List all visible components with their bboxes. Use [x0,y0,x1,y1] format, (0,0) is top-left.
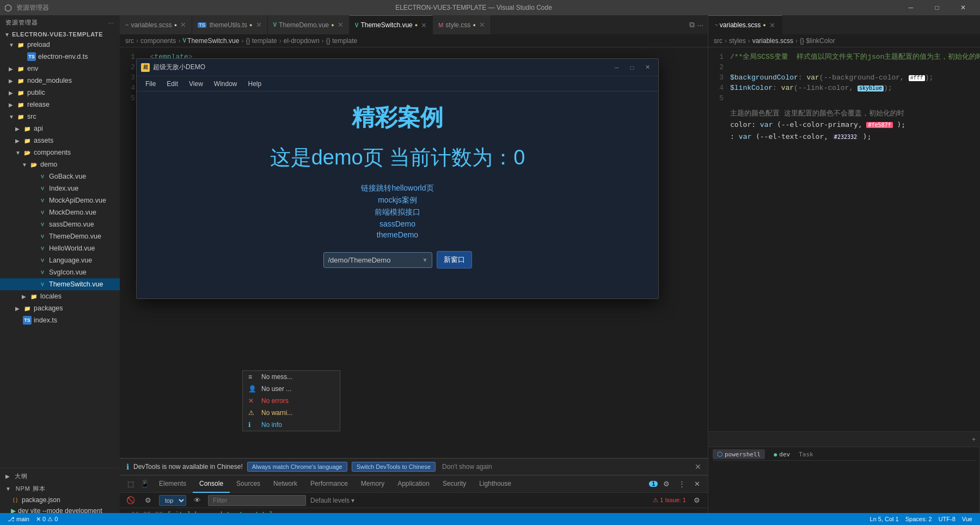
split-editor-icon[interactable]: ⧉ [689,20,695,29]
devtools-tab-network[interactable]: Network [267,475,304,493]
tree-item-env[interactable]: ▶ 📁 env [0,63,120,75]
filter-warnings[interactable]: ⚠ No warni... [243,407,340,419]
console-gear-icon[interactable]: ⚙ [690,494,703,507]
settings-icon[interactable]: ⚙ [660,478,673,491]
close-button[interactable]: ✕ [951,0,976,15]
tree-item-index-vue[interactable]: V Index.vue [0,182,120,194]
app-link-mock-api[interactable]: 前端模拟接口 [375,207,420,217]
minimize-button[interactable]: ─ [898,0,923,15]
app-link-mockjs[interactable]: mockjs案例 [378,196,417,205]
tab-themeutils-ts[interactable]: TS themeUtils.ts ● ✕ [192,15,267,34]
new-window-button[interactable]: 新窗口 [437,251,472,268]
tab-style-css[interactable]: M style.css ● ✕ [433,15,491,34]
notification-close-button[interactable]: ✕ [695,462,701,471]
explorer-menu-button[interactable]: ··· [108,20,114,26]
devtools-tab-console[interactable]: Console [193,475,230,493]
language-mode-status[interactable]: Vue [959,516,976,522]
console-filter-input[interactable] [208,495,306,506]
filter-user[interactable]: 👤 No user ... [243,383,340,395]
maximize-button[interactable]: □ [924,0,950,15]
tree-item-themedemo[interactable]: V ThemeDemo.vue [0,230,120,242]
tab-themedemo-vue[interactable]: V ThemeDemo.vue ● ✕ [268,15,350,34]
console-settings-icon[interactable]: ⚙ [142,494,155,507]
match-language-button[interactable]: Always match Chrome's language [247,462,347,472]
devtools-tab-elements[interactable]: Elements [152,475,193,493]
npm-item-dev[interactable]: ▶ dev vite --mode development [0,505,120,513]
npm-scripts-header[interactable]: ▼ NPM 脚本 [0,483,120,495]
menu-file[interactable]: File [141,79,160,89]
tree-item-themeswitch[interactable]: V ThemeSwitch.vue [0,278,120,290]
context-selector[interactable]: top [159,495,186,506]
tree-item-helloworld[interactable]: V HelloWorld.vue [0,242,120,254]
tree-item-mockdemo[interactable]: V MockDemo.vue [0,206,120,218]
errors-status[interactable]: ✕ 0 ⚠ 0 [33,516,61,523]
tab-close-button[interactable]: ✕ [256,21,262,29]
tab-close-button[interactable]: ✕ [769,21,775,29]
encoding-status[interactable]: UTF-8 [935,516,959,522]
device-toolbar-icon[interactable]: 📱 [138,478,151,491]
route-select[interactable]: /demo/ThemeDemo [323,252,432,268]
terminal-tab-powershell[interactable]: ⬡ powershell [713,449,765,459]
tree-item-indexts[interactable]: TS index.ts [0,314,120,326]
devtools-tab-sources[interactable]: Sources [230,475,267,493]
tab-themeswitch-vue[interactable]: V ThemeSwitch.vue ● ✕ [350,15,433,34]
right-tab-variables[interactable]: ~ variables.scss ● ✕ [708,15,782,34]
devtools-tab-lighthouse[interactable]: Lighthouse [473,475,518,493]
tab-close-button[interactable]: ✕ [479,21,485,29]
tree-item-goback[interactable]: V GoBack.vue [0,170,120,182]
tree-item-api[interactable]: ▶ 📁 api [0,123,120,135]
filter-info[interactable]: ℹ No info [243,419,340,431]
tree-item-mockapi[interactable]: V MockApiDemo.vue [0,194,120,206]
app-minimize-button[interactable]: ─ [610,62,623,73]
switch-devtools-button[interactable]: Switch DevTools to Chinese [352,462,436,472]
tree-item-locales[interactable]: ▶ 📁 locales [0,290,120,302]
add-terminal-icon[interactable]: + [972,436,976,443]
tree-item-sassdemo[interactable]: V sassDemo.vue [0,218,120,230]
tree-item-electron-env[interactable]: TS electron-env.d.ts [0,51,120,63]
filter-errors[interactable]: ✕ No errors [243,395,340,407]
tree-item-src[interactable]: ▼ 📁 src [0,111,120,123]
dont-show-again-link[interactable]: Don't show again [442,463,492,471]
terminal-tab-dev[interactable]: ● dev [769,450,794,459]
tree-item-release[interactable]: ▶ 📁 release [0,99,120,111]
app-link-sass[interactable]: sassDemo [379,219,415,228]
npm-package-json[interactable]: { } package.json [0,495,120,505]
app-link-theme[interactable]: themeDemo [377,230,418,239]
app-link-helloworld[interactable]: 链接跳转helloworld页 [361,184,433,193]
outline-header[interactable]: ▶ 大纲 [0,471,120,482]
tree-item-components[interactable]: ▼ 📂 components [0,146,120,158]
menu-help[interactable]: Help [244,79,266,89]
right-code-editor[interactable]: 1 /**全局SCSS变量 样式值以同文件夹下的json主题配置的值为主，初始化… [708,47,980,431]
devtools-tab-application[interactable]: Application [391,475,436,493]
more-options-icon[interactable]: ⋮ [675,478,688,491]
tree-item-packages[interactable]: ▶ 📁 packages [0,302,120,314]
menu-view[interactable]: View [185,79,207,89]
project-root[interactable]: ▼ ELECTRON-VUE3-TEMPLATE [0,30,120,39]
devtools-tab-performance[interactable]: Performance [304,475,354,493]
app-maximize-button[interactable]: □ [626,62,639,73]
menu-edit[interactable]: Edit [162,79,182,89]
tree-item-preload[interactable]: ▼ 📁 preload [0,39,120,51]
app-close-button[interactable]: ✕ [641,62,654,73]
tree-item-svgicon[interactable]: V SvgIcon.vue [0,266,120,278]
tab-variables-scss[interactable]: ~ variables.scss ● ✕ [120,15,192,34]
devtools-tab-memory[interactable]: Memory [354,475,391,493]
tab-close-button[interactable]: ✕ [338,21,344,29]
tabs-overflow-icon[interactable]: ··· [697,21,703,29]
tree-item-demo[interactable]: ▼ 📂 demo [0,158,120,170]
tab-close-button[interactable]: ✕ [421,21,427,29]
spaces-status[interactable]: Spaces: 2 [902,516,935,522]
tree-item-language[interactable]: V Language.vue [0,254,120,266]
devtools-tab-security[interactable]: Security [436,475,473,493]
close-devtools-button[interactable]: ✕ [690,478,703,491]
tab-close-button[interactable]: ✕ [180,21,186,29]
filter-messages[interactable]: ≡ No mess... [243,371,340,383]
menu-window[interactable]: Window [210,79,242,89]
tree-item-public[interactable]: ▶ 📁 public [0,87,120,99]
git-branch-status[interactable]: ⎇ main [4,516,33,523]
inspect-element-icon[interactable]: ⬚ [124,478,137,491]
show-network-icon[interactable]: 👁 [191,494,204,507]
clear-console-icon[interactable]: 🚫 [124,494,137,507]
line-col-status[interactable]: Ln 5, Col 1 [867,516,902,522]
tree-item-assets[interactable]: ▶ 📁 assets [0,135,120,146]
